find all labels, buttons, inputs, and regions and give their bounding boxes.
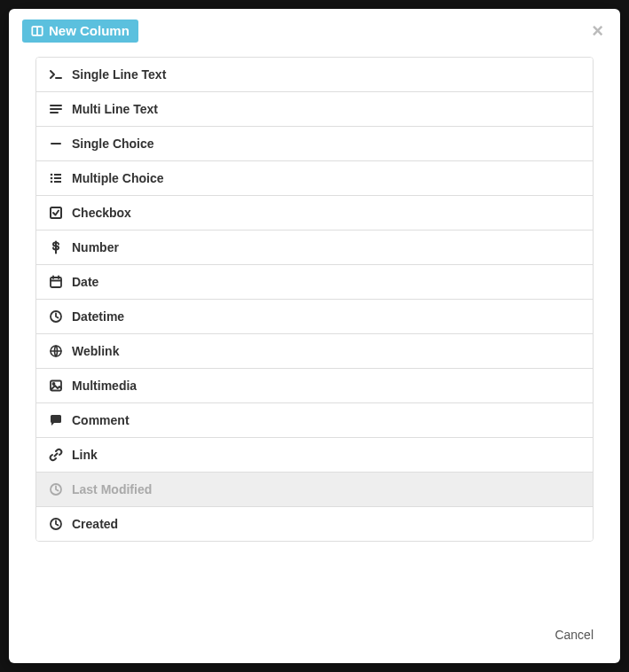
column-type-option[interactable]: Single Line Text	[36, 58, 593, 92]
column-type-option[interactable]: Checkbox	[36, 196, 593, 231]
column-type-label: Datetime	[72, 309, 124, 324]
svg-rect-11	[54, 177, 61, 179]
clock-icon	[49, 517, 63, 531]
column-type-option[interactable]: Date	[36, 265, 593, 300]
column-type-label: Single Line Text	[72, 67, 166, 82]
minus-icon	[49, 137, 63, 151]
close-button[interactable]: ×	[588, 21, 607, 41]
column-type-option: Last Modified	[36, 473, 593, 507]
image-icon	[49, 379, 63, 393]
column-type-label: Weblink	[72, 344, 119, 358]
column-type-option[interactable]: Created	[36, 507, 593, 541]
link-icon	[49, 448, 63, 462]
column-type-option[interactable]: Multiple Choice	[36, 161, 593, 196]
columns-icon	[31, 25, 43, 37]
column-type-option[interactable]: Link	[36, 438, 593, 473]
svg-rect-10	[54, 174, 61, 176]
clock-icon	[49, 309, 63, 324]
column-type-label: Single Choice	[72, 137, 154, 151]
column-type-list: Single Line Text Multi Line Text Single …	[35, 57, 594, 542]
svg-rect-12	[54, 181, 61, 183]
column-type-label: Last Modified	[72, 482, 152, 496]
column-type-option[interactable]: Number	[36, 231, 593, 265]
svg-rect-13	[51, 207, 61, 218]
modal-title-badge: New Column	[22, 20, 138, 43]
column-type-label: Date	[72, 275, 98, 289]
modal-title: New Column	[49, 23, 130, 39]
svg-point-9	[51, 181, 53, 184]
column-type-label: Checkbox	[72, 206, 131, 220]
list-icon	[49, 171, 63, 185]
svg-point-23	[53, 383, 55, 385]
calendar-icon	[49, 275, 63, 289]
column-type-label: Multi Line Text	[72, 102, 158, 116]
svg-rect-15	[51, 277, 61, 287]
column-type-option[interactable]: Comment	[36, 403, 593, 438]
comment-icon	[49, 413, 63, 427]
column-type-label: Link	[72, 448, 98, 462]
align-left-icon	[49, 102, 63, 116]
column-type-option[interactable]: Single Choice	[36, 127, 593, 161]
column-type-option[interactable]: Datetime	[36, 300, 593, 334]
check-square-icon	[49, 206, 63, 220]
svg-point-7	[51, 174, 53, 176]
terminal-icon	[49, 67, 63, 82]
column-type-option[interactable]: Weblink	[36, 334, 593, 369]
column-type-label: Multimedia	[72, 379, 137, 393]
new-column-modal: New Column × Single Line Text Multi Line…	[9, 9, 620, 663]
column-type-option[interactable]: Multimedia	[36, 369, 593, 403]
column-type-label: Number	[72, 240, 119, 254]
clock-icon	[49, 482, 63, 496]
column-type-label: Comment	[72, 413, 130, 427]
column-type-label: Multiple Choice	[72, 171, 163, 185]
column-type-option[interactable]: Multi Line Text	[36, 92, 593, 127]
modal-body: Single Line Text Multi Line Text Single …	[9, 51, 620, 610]
globe-icon	[49, 344, 63, 358]
modal-footer: Cancel	[9, 610, 620, 663]
svg-point-8	[51, 177, 53, 180]
cancel-button[interactable]: Cancel	[546, 622, 602, 647]
modal-header: New Column ×	[9, 9, 620, 51]
dollar-icon	[49, 240, 63, 254]
column-type-label: Created	[72, 517, 118, 531]
